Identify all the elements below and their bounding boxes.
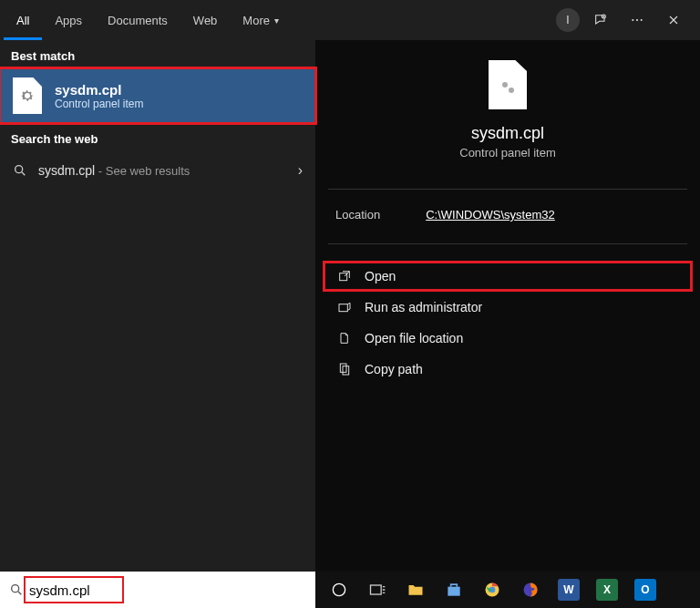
svg-point-4 (15, 166, 23, 173)
file-preview-icon (489, 60, 527, 109)
best-match-result[interactable]: sysdm.cpl Control panel item (0, 68, 315, 123)
action-open-label: Open (365, 269, 396, 283)
svg-rect-12 (448, 587, 459, 596)
action-open[interactable]: Open (323, 261, 693, 292)
svg-point-2 (636, 19, 638, 21)
svg-point-1 (632, 19, 633, 21)
action-open-location[interactable]: Open file location (323, 323, 693, 354)
tab-more[interactable]: More ▾ (230, 0, 292, 40)
task-view-icon[interactable] (359, 572, 396, 608)
action-run-admin-label: Run as administrator (365, 300, 482, 314)
action-copy-path[interactable]: Copy path (323, 354, 693, 385)
tab-all[interactable]: All (4, 0, 42, 40)
cortana-icon[interactable] (321, 572, 357, 608)
location-label: Location (335, 208, 380, 222)
taskbar: W X O (315, 572, 700, 608)
svg-point-9 (12, 585, 19, 593)
chrome-icon[interactable] (474, 572, 510, 608)
word-icon[interactable]: W (551, 572, 587, 608)
action-open-location-label: Open file location (365, 331, 463, 345)
tab-documents[interactable]: Documents (95, 0, 180, 40)
svg-rect-7 (340, 364, 346, 372)
svg-rect-11 (371, 585, 382, 594)
copy-icon (337, 362, 352, 376)
folder-icon (337, 331, 352, 345)
cpl-file-icon (13, 77, 42, 114)
search-icon (9, 582, 24, 597)
store-icon[interactable] (436, 572, 472, 608)
search-tabs: All Apps Documents Web More ▾ I (0, 0, 700, 40)
shield-icon (337, 300, 352, 314)
web-result-suffix: - See web results (95, 164, 190, 178)
search-box[interactable] (0, 572, 315, 608)
outlook-icon[interactable]: O (627, 572, 664, 608)
tab-more-label: More (242, 14, 270, 27)
annotation-highlight (0, 67, 317, 125)
tab-apps[interactable]: Apps (42, 0, 95, 40)
action-copy-path-label: Copy path (365, 362, 423, 376)
location-link[interactable]: C:\WINDOWS\system32 (426, 208, 555, 222)
preview-subtitle: Control panel item (459, 146, 556, 160)
feedback-icon[interactable] (585, 5, 616, 36)
close-icon[interactable] (658, 5, 689, 36)
best-match-header: Best match (0, 40, 315, 68)
preview-title: sysdm.cpl (471, 124, 544, 143)
search-input[interactable] (24, 582, 306, 598)
web-result[interactable]: sysdm.cpl - See web results › (0, 151, 315, 190)
tab-web[interactable]: Web (180, 0, 231, 40)
svg-rect-6 (339, 304, 347, 312)
firefox-icon[interactable] (512, 572, 549, 608)
best-match-title: sysdm.cpl (55, 82, 143, 98)
chevron-right-icon: › (298, 162, 303, 179)
chevron-down-icon: ▾ (274, 15, 279, 26)
open-icon (337, 269, 352, 283)
excel-icon[interactable]: X (589, 572, 625, 608)
search-icon (13, 163, 27, 178)
more-icon[interactable] (622, 5, 653, 36)
best-match-subtitle: Control panel item (55, 98, 143, 110)
search-web-header: Search the web (0, 123, 315, 151)
web-result-term: sysdm.cpl (38, 163, 95, 178)
svg-rect-8 (343, 366, 349, 375)
avatar[interactable]: I (556, 8, 580, 32)
svg-point-10 (333, 583, 345, 595)
explorer-icon[interactable] (397, 572, 434, 608)
action-run-admin[interactable]: Run as administrator (323, 292, 693, 323)
svg-point-3 (641, 19, 643, 21)
